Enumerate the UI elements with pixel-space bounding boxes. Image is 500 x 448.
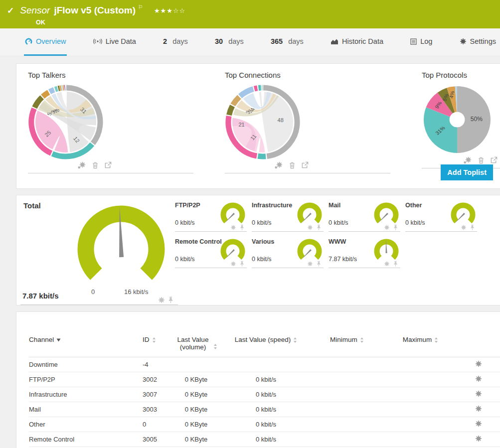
add-toplist-button[interactable]: Add Toplist xyxy=(441,164,493,180)
column-header-last-value-volume[interactable]: Last Value (volume) xyxy=(170,336,222,351)
cell-last-value-volume: 0 KByte xyxy=(170,376,222,383)
gauge-channel-value: 0 kbit/s xyxy=(175,219,195,226)
svg-text:50%: 50% xyxy=(471,116,483,123)
priority-stars[interactable]: ★★★☆☆ xyxy=(154,7,185,14)
divider xyxy=(225,173,390,173)
gear-icon xyxy=(460,38,467,45)
gauges-panel: Total 7.87 kbit/s 0 16 kbit/s FTP/P2P0 k… xyxy=(16,195,500,305)
cell-last-value-speed: 0 kbit/s xyxy=(222,436,310,443)
tab-30-days[interactable]: 30 days xyxy=(214,28,245,56)
channel-settings-gear-icon[interactable] xyxy=(475,405,482,414)
channel-settings-gear-icon[interactable] xyxy=(475,360,482,369)
table-row[interactable]: Remote Control30050 KByte0 kbit/s xyxy=(29,432,500,447)
table-header-row: Channel ID Last Value (volume) Last Valu… xyxy=(29,336,500,357)
flag-icon[interactable]: ⚐ xyxy=(138,4,143,10)
sensor-header: ✓ Sensor jFlow v5 (Custom) ⚐ ★★★☆☆ OK xyxy=(0,0,500,28)
open-external-icon[interactable] xyxy=(301,161,309,171)
cell-channel: Remote Control xyxy=(29,436,143,443)
top-connections-chord-chart[interactable]: 482111334 xyxy=(225,84,301,160)
toplist-title: Top Protocols xyxy=(422,71,500,79)
divider xyxy=(252,268,324,268)
channel-settings-gear-icon[interactable] xyxy=(475,390,482,399)
cell-id: 3002 xyxy=(143,376,170,383)
divider xyxy=(20,304,178,305)
svg-text:21: 21 xyxy=(239,122,245,128)
delete-trash-icon[interactable] xyxy=(289,161,296,171)
divider xyxy=(252,231,324,232)
top-protocols-pie-chart[interactable]: 50%31%9%5%4% xyxy=(422,84,493,155)
gauge-channel-value: 0 kbit/s xyxy=(252,219,272,226)
toplist-top-protocols: Top Protocols 50%31%9%5%4% xyxy=(422,71,500,168)
tab-log[interactable]: Log xyxy=(409,28,433,56)
channel-gauge-cell: Mail0 kbit/s xyxy=(329,200,405,237)
prtg-sensor-page: ✓ Sensor jFlow v5 (Custom) ⚐ ★★★☆☆ OK Ov… xyxy=(0,0,500,448)
tab-2-days[interactable]: 2 days xyxy=(162,28,189,56)
tab-settings[interactable]: Settings xyxy=(459,28,497,56)
channel-settings-gear-icon[interactable] xyxy=(475,420,482,429)
cell-last-value-speed: 0 kbit/s xyxy=(222,421,310,428)
tab-label: Overview xyxy=(36,37,66,45)
table-row[interactable]: Downtime-4 xyxy=(29,357,500,372)
cell-id: 3005 xyxy=(143,436,170,443)
tab-live-data[interactable]: Live Data xyxy=(92,28,137,56)
gauge-channel-value: 7.87 kbit/s xyxy=(329,256,357,263)
toplist-top-connections: Top Connections 482111334 xyxy=(225,71,390,173)
column-header-last-value-speed[interactable]: Last Value (speed) xyxy=(222,336,310,351)
top-talkers-chord-chart[interactable]: 3112255333 xyxy=(28,84,104,160)
sort-both-icon xyxy=(434,336,438,344)
open-external-icon[interactable] xyxy=(104,161,112,171)
tab-label: Log xyxy=(420,37,432,45)
cell-last-value-speed: 0 kbit/s xyxy=(222,376,310,383)
column-header-channel[interactable]: Channel xyxy=(29,336,143,351)
cell-id: 3003 xyxy=(143,406,170,413)
cell-id: 3007 xyxy=(143,391,170,398)
svg-text:48: 48 xyxy=(278,117,284,123)
tab-365-days[interactable]: 365 days xyxy=(270,28,305,56)
gauge-channel-value: 0 kbit/s xyxy=(175,256,195,263)
total-gauge-value: 7.87 kbit/s xyxy=(22,292,59,300)
tab-overview[interactable]: Overview xyxy=(24,28,67,56)
column-header-minimum[interactable]: Minimum xyxy=(310,336,384,351)
cell-id: 0 xyxy=(143,421,170,428)
channel-gauge-cell: Various0 kbit/s xyxy=(252,237,329,273)
divider xyxy=(175,231,247,232)
table-row[interactable]: Other00 KByte0 kbit/s xyxy=(29,417,500,432)
total-gauge xyxy=(74,204,168,288)
channel-settings-gear-icon[interactable] xyxy=(475,435,482,444)
sort-both-icon xyxy=(293,336,297,344)
column-header-id[interactable]: ID xyxy=(143,336,170,351)
tab-historic-data[interactable]: Historic Data xyxy=(330,28,384,56)
table-row[interactable]: Mail30030 KByte0 kbit/s xyxy=(29,402,500,417)
cell-last-value-volume: 0 KByte xyxy=(170,406,222,413)
channel-settings-gear-icon[interactable] xyxy=(475,375,482,384)
delete-trash-icon[interactable] xyxy=(92,161,99,171)
table-row[interactable]: Infrastructure30070 KByte0 kbit/s xyxy=(29,387,500,402)
sort-both-icon xyxy=(152,336,156,344)
channel-table-body: Downtime-4FTP/P2P30020 KByte0 kbit/sInfr… xyxy=(29,357,500,447)
cell-last-value-speed: 0 kbit/s xyxy=(222,406,310,413)
divider xyxy=(405,231,477,232)
cell-last-value-volume: 0 KByte xyxy=(170,421,222,428)
cell-channel: Other xyxy=(29,421,143,428)
table-row[interactable]: FTP/P2P30020 KByte0 kbit/s xyxy=(29,372,500,387)
page-title: jFlow v5 (Custom) xyxy=(54,5,136,16)
toplists-panel: Top Talkers 3112255333 Top Connections 4… xyxy=(16,63,500,189)
gauge-channel-value: 0 kbit/s xyxy=(252,256,272,263)
column-header-maximum[interactable]: Maximum xyxy=(384,336,457,351)
settings-gear-icon[interactable] xyxy=(275,161,283,171)
channel-gauge-cell: Remote Control0 kbit/s xyxy=(175,237,252,273)
toplist-top-talkers: Top Talkers 3112255333 xyxy=(28,71,193,173)
tab-label: Historic Data xyxy=(342,37,383,45)
gauge-scale-max: 16 kbit/s xyxy=(124,288,148,296)
tab-label: Live Data xyxy=(106,37,136,45)
divider xyxy=(329,268,400,268)
settings-gear-icon[interactable] xyxy=(78,161,86,171)
sort-both-icon xyxy=(213,342,217,351)
broadcast-icon xyxy=(93,38,102,45)
channel-gauge-cell: FTP/P2P0 kbit/s xyxy=(175,200,252,237)
sort-desc-icon xyxy=(56,336,61,343)
cell-channel: Infrastructure xyxy=(29,391,143,398)
gauge-scale-min: 0 xyxy=(91,288,95,296)
toplist-actions xyxy=(28,161,112,171)
gauge-channel-value: 0 kbit/s xyxy=(329,219,348,226)
